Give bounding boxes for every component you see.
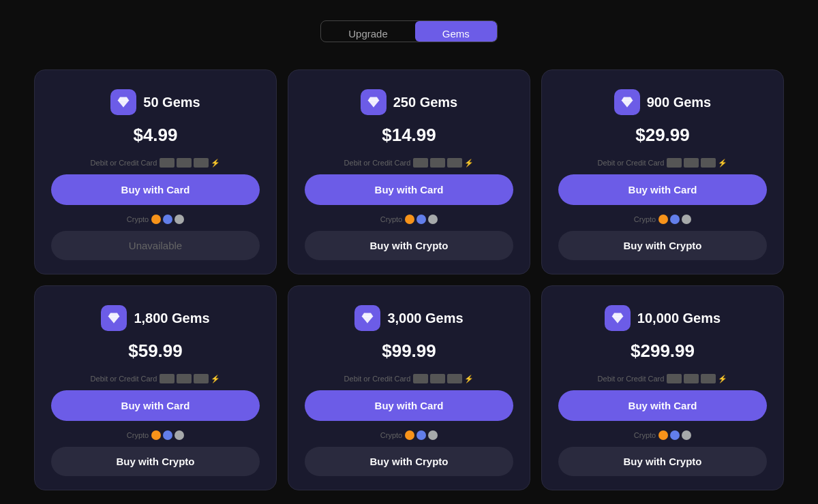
crypto-payment-label-gems-3000: Crypto [380, 430, 438, 440]
gem-title-gems-3000: 3,000 Gems [354, 305, 463, 331]
eth-icon-gems-1800 [163, 430, 172, 440]
gem-amount-gems-250: 250 Gems [393, 95, 458, 110]
buy-card-button-gems-3000[interactable]: Buy with Card [305, 390, 513, 421]
buy-crypto-button-gems-3000[interactable]: Buy with Crypto [305, 447, 513, 476]
card-icon-mc-gems-250 [430, 158, 445, 168]
crypto-payment-label-gems-250: Crypto [380, 215, 438, 224]
ltc-icon-gems-50 [175, 215, 184, 224]
eth-icon-gems-900 [670, 215, 680, 224]
buy-crypto-button-gems-10000[interactable]: Buy with Crypto [558, 447, 767, 476]
card-icon-mc-gems-900 [684, 158, 699, 168]
gem-price-gems-250: $14.99 [382, 125, 436, 146]
card-icon-visa-gems-10000 [667, 374, 682, 383]
card-icon-pp-gems-900: ⚡ [718, 159, 727, 168]
card-icon-amex-gems-900 [701, 158, 716, 168]
gem-icon-gems-1800 [101, 305, 127, 331]
gem-title-gems-250: 250 Gems [361, 89, 458, 115]
crypto-icons-gems-900 [658, 215, 691, 224]
btc-icon-gems-50 [151, 215, 161, 224]
gem-card-gems-50: 50 Gems $4.99 Debit or Credit Card ⚡ Buy… [34, 69, 277, 274]
buy-card-button-gems-250[interactable]: Buy with Card [305, 174, 513, 205]
gem-price-gems-50: $4.99 [133, 125, 177, 146]
gem-price-gems-3000: $99.99 [382, 341, 436, 362]
gem-amount-gems-10000: 10,000 Gems [637, 311, 721, 326]
ltc-icon-gems-3000 [428, 430, 438, 440]
gem-title-gems-1800: 1,800 Gems [101, 305, 209, 331]
card-icon-amex-gems-10000 [701, 374, 716, 383]
buy-card-button-gems-10000[interactable]: Buy with Card [558, 390, 767, 421]
crypto-payment-label-gems-10000: Crypto [634, 430, 691, 440]
eth-icon-gems-250 [416, 215, 426, 224]
card-icon-pp-gems-250: ⚡ [464, 159, 474, 168]
buy-card-button-gems-50[interactable]: Buy with Card [51, 174, 260, 205]
card-icons-gems-3000: ⚡ [413, 374, 474, 383]
gem-card-gems-250: 250 Gems $14.99 Debit or Credit Card ⚡ B… [288, 69, 530, 274]
card-icon-amex-gems-1800 [194, 374, 209, 383]
gem-amount-gems-1800: 1,800 Gems [134, 311, 209, 326]
card-payment-label-gems-900: Debit or Credit Card ⚡ [598, 158, 728, 168]
card-icon-pp-gems-3000: ⚡ [464, 375, 474, 383]
gem-card-gems-900: 900 Gems $29.99 Debit or Credit Card ⚡ B… [541, 69, 784, 274]
card-icon-visa-gems-900 [667, 158, 682, 168]
buy-crypto-button-gems-900[interactable]: Buy with Crypto [558, 231, 767, 260]
eth-icon-gems-3000 [416, 430, 426, 440]
crypto-icons-gems-50 [151, 215, 184, 224]
gem-card-gems-3000: 3,000 Gems $99.99 Debit or Credit Card ⚡… [288, 285, 530, 490]
crypto-payment-label-gems-1800: Crypto [127, 430, 184, 440]
crypto-icons-gems-250 [405, 215, 438, 224]
crypto-payment-label-gems-900: Crypto [634, 215, 691, 224]
btc-icon-gems-1800 [151, 430, 161, 440]
card-icon-amex-gems-250 [447, 158, 462, 168]
card-payment-label-gems-50: Debit or Credit Card ⚡ [91, 158, 221, 168]
card-icon-pp-gems-10000: ⚡ [718, 375, 727, 383]
buy-crypto-button-gems-1800[interactable]: Buy with Crypto [51, 447, 260, 476]
ltc-icon-gems-1800 [175, 430, 184, 440]
card-icons-gems-10000: ⚡ [667, 374, 727, 383]
card-icon-visa-gems-3000 [413, 374, 428, 383]
card-icon-mc-gems-10000 [684, 374, 699, 383]
card-icon-visa-gems-50 [160, 158, 175, 168]
btc-icon-gems-250 [405, 215, 414, 224]
btc-icon-gems-3000 [405, 430, 414, 440]
card-icons-gems-900: ⚡ [667, 158, 727, 168]
card-icons-gems-1800: ⚡ [160, 374, 220, 383]
card-icon-amex-gems-50 [194, 158, 209, 168]
gem-amount-gems-900: 900 Gems [647, 95, 712, 110]
ltc-icon-gems-10000 [682, 430, 691, 440]
gem-title-gems-50: 50 Gems [110, 89, 200, 115]
tab-bar: Upgrade Gems [320, 20, 498, 42]
card-icons-gems-50: ⚡ [160, 158, 220, 168]
card-icon-mc-gems-50 [177, 158, 192, 168]
buy-card-button-gems-1800[interactable]: Buy with Card [51, 390, 260, 421]
gem-icon-gems-250 [361, 89, 387, 115]
gem-icon-gems-900 [614, 89, 640, 115]
tab-upgrade[interactable]: Upgrade [321, 21, 415, 42]
card-payment-label-gems-10000: Debit or Credit Card ⚡ [598, 374, 728, 383]
eth-icon-gems-50 [163, 215, 172, 224]
crypto-icons-gems-10000 [658, 430, 691, 440]
card-icon-visa-gems-250 [413, 158, 428, 168]
card-icon-visa-gems-1800 [160, 374, 175, 383]
card-icon-pp-gems-50: ⚡ [211, 159, 220, 168]
gem-card-gems-10000: 10,000 Gems $299.99 Debit or Credit Card… [541, 285, 784, 490]
crypto-icons-gems-3000 [405, 430, 438, 440]
card-payment-label-gems-250: Debit or Credit Card ⚡ [344, 158, 474, 168]
btc-icon-gems-900 [658, 215, 668, 224]
gem-title-gems-10000: 10,000 Gems [605, 305, 721, 331]
card-icons-gems-250: ⚡ [413, 158, 474, 168]
card-icon-pp-gems-1800: ⚡ [211, 375, 220, 383]
eth-icon-gems-10000 [670, 430, 680, 440]
crypto-payment-label-gems-50: Crypto [127, 215, 184, 224]
gem-title-gems-900: 900 Gems [614, 89, 712, 115]
card-payment-label-gems-1800: Debit or Credit Card ⚡ [91, 374, 221, 383]
buy-card-button-gems-900[interactable]: Buy with Card [558, 174, 767, 205]
gem-amount-gems-50: 50 Gems [143, 95, 200, 110]
unavailable-button-gems-50: Unavailable [51, 231, 260, 260]
gem-price-gems-10000: $299.99 [631, 341, 695, 362]
gem-price-gems-900: $29.99 [635, 125, 690, 146]
buy-crypto-button-gems-250[interactable]: Buy with Crypto [305, 231, 513, 260]
ltc-icon-gems-250 [428, 215, 438, 224]
card-payment-label-gems-3000: Debit or Credit Card ⚡ [344, 374, 474, 383]
tab-gems[interactable]: Gems [415, 21, 497, 42]
gem-price-gems-1800: $59.99 [128, 341, 183, 362]
